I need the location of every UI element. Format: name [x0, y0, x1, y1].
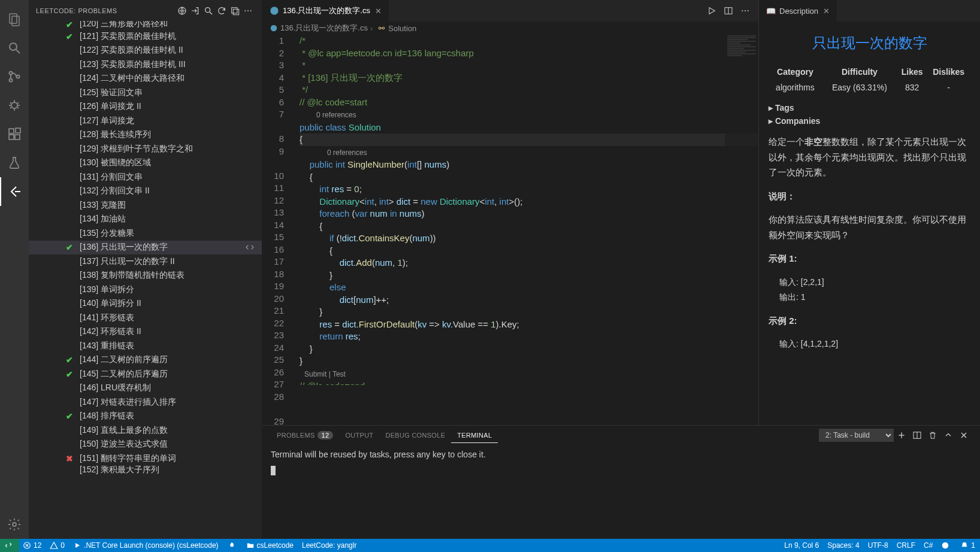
chevron-right-icon: ›: [370, 24, 373, 33]
problem-item[interactable]: ✔✖[128] 最长连续序列: [29, 128, 262, 142]
problem-item[interactable]: ✔✖[139] 单词拆分: [29, 283, 262, 297]
kill-terminal-icon[interactable]: [925, 427, 940, 443]
refresh-icon[interactable]: [215, 4, 228, 17]
problem-item[interactable]: ✔✖[122] 买卖股票的最佳时机 II: [29, 44, 262, 58]
problem-item[interactable]: ✔✖[133] 克隆图: [29, 198, 262, 213]
problem-item[interactable]: ✔✖[136] 只出现一次的数字: [29, 241, 262, 255]
problem-item[interactable]: ✔✖[145] 二叉树的后序遍历: [29, 367, 262, 381]
source-control-icon[interactable]: [0, 62, 29, 91]
close-tab-icon[interactable]: ✕: [375, 7, 382, 16]
eol[interactable]: CRLF: [897, 541, 915, 550]
flame-icon[interactable]: [227, 541, 238, 550]
search-icon[interactable]: [0, 34, 29, 62]
explorer-icon[interactable]: [0, 5, 29, 34]
problem-label: [124] 二叉树中的最大路径和: [80, 73, 184, 84]
cursor-position[interactable]: Ln 9, Col 6: [784, 541, 819, 550]
remote-indicator[interactable]: [0, 539, 19, 552]
run-icon[interactable]: [703, 2, 720, 19]
editor-tab[interactable]: 136.只出现一次的数字.cs ✕: [262, 0, 389, 22]
close-tab-icon[interactable]: ✕: [823, 7, 830, 16]
problem-item[interactable]: ✔✖[142] 环形链表 II: [29, 325, 262, 339]
problem-item[interactable]: ✔✖[121] 买卖股票的最佳时机: [29, 29, 262, 44]
problem-item[interactable]: ✔✖[146] LRU缓存机制: [29, 381, 262, 396]
indentation[interactable]: Spaces: 4: [827, 541, 859, 550]
tags-disclosure[interactable]: Tags: [769, 103, 970, 113]
problem-item[interactable]: ✔✖[151] 翻转字符串里的单词: [29, 451, 262, 466]
class-icon: [377, 24, 386, 32]
problem-label: [132] 分割回文串 II: [80, 186, 150, 196]
problem-item[interactable]: ✔✖[124] 二叉树中的最大路径和: [29, 72, 262, 86]
feedback-icon[interactable]: [941, 541, 952, 550]
problem-item[interactable]: ✔✖[152] 乘积最大子序列: [29, 466, 262, 474]
tab-output[interactable]: OUTPUT: [339, 428, 379, 442]
encoding[interactable]: UTF-8: [868, 541, 888, 550]
breadcrumb[interactable]: 136.只出现一次的数字.cs › Solution: [262, 22, 758, 35]
problem-item[interactable]: ✔✖[149] 直线上最多的点数: [29, 423, 262, 438]
problem-item[interactable]: ✔✖[137] 只出现一次的数字 II: [29, 254, 262, 269]
problem-item[interactable]: ✔✖[135] 分发糖果: [29, 226, 262, 241]
problem-item[interactable]: ✔✖[129] 求根到叶子节点数字之和: [29, 142, 262, 156]
breadcrumb-symbol: Solution: [388, 24, 416, 33]
svg-rect-17: [233, 9, 238, 14]
more-icon[interactable]: [241, 4, 255, 17]
new-terminal-icon[interactable]: [894, 427, 909, 443]
problem-item[interactable]: ✔✖[131] 分割回文串: [29, 170, 262, 184]
signin-icon[interactable]: [189, 4, 202, 17]
problem-item[interactable]: ✔✖[148] 排序链表: [29, 410, 262, 424]
problem-item[interactable]: ✔✖[123] 买卖股票的最佳时机 III: [29, 57, 262, 72]
problem-item[interactable]: ✔✖[144] 二叉树的前序遍历: [29, 353, 262, 368]
task-selector[interactable]: 2: Task - build: [819, 429, 894, 442]
problem-item[interactable]: ✔✖[130] 被围绕的区域: [29, 156, 262, 171]
tab-terminal[interactable]: TERMINAL: [451, 428, 498, 443]
settings-gear-icon[interactable]: [0, 510, 29, 539]
split-terminal-icon[interactable]: [909, 427, 925, 443]
problem-label: [144] 二叉树的前序遍历: [80, 354, 168, 365]
warnings-count[interactable]: 0: [50, 541, 65, 550]
errors-count[interactable]: 12: [23, 541, 41, 550]
debug-icon[interactable]: [0, 91, 29, 120]
problem-item[interactable]: ✔✖[126] 单词接龙 II: [29, 100, 262, 114]
problem-item[interactable]: ✔✖[127] 单词接龙: [29, 114, 262, 128]
problem-item[interactable]: ✔✖[125] 验证回文串: [29, 86, 262, 100]
svg-point-21: [270, 7, 278, 14]
problem-label: [145] 二叉树的后序遍历: [80, 369, 168, 380]
description-tab[interactable]: 📖 Description ✕: [759, 0, 837, 22]
debug-launch[interactable]: .NET Core Launch (console) (csLeetcode): [73, 541, 219, 550]
problem-item[interactable]: ✔✖[120] 三角形最小路径和: [29, 21, 262, 29]
problem-item[interactable]: ✔✖[143] 重排链表: [29, 339, 262, 353]
language-mode[interactable]: C#: [924, 541, 933, 550]
test-icon[interactable]: [0, 148, 29, 177]
code-icon[interactable]: [245, 242, 255, 252]
extensions-icon[interactable]: [0, 120, 29, 148]
problem-item[interactable]: ✔✖[150] 逆波兰表达式求值: [29, 438, 262, 452]
leetcode-user[interactable]: LeetCode: yanglr: [302, 541, 356, 550]
sidebar-header: LEETCODE: PROBLEMS: [29, 0, 262, 21]
problem-item[interactable]: ✔✖[132] 分割回文串 II: [29, 184, 262, 199]
sidebar-title: LEETCODE: PROBLEMS: [36, 7, 176, 14]
split-editor-icon[interactable]: [720, 2, 737, 19]
svg-line-3: [16, 50, 20, 53]
problem-item[interactable]: ✔✖[140] 单词拆分 II: [29, 297, 262, 311]
search-small-icon[interactable]: [202, 4, 215, 17]
problem-item[interactable]: ✔✖[147] 对链表进行插入排序: [29, 395, 262, 410]
maximize-panel-icon[interactable]: [940, 427, 956, 443]
svg-point-27: [271, 25, 277, 32]
globe-icon[interactable]: [176, 4, 189, 17]
companies-disclosure[interactable]: Companies: [769, 116, 970, 126]
workspace-folder[interactable]: csLeetcode: [246, 541, 294, 550]
tab-debug-console[interactable]: DEBUG CONSOLE: [379, 428, 451, 442]
panel-tabs: PROBLEMS12 OUTPUT DEBUG CONSOLE TERMINAL…: [262, 426, 980, 445]
terminal-area[interactable]: Terminal will be reused by tasks, press …: [262, 445, 980, 539]
problems-list[interactable]: ✔✖[120] 三角形最小路径和✔✖[121] 买卖股票的最佳时机✔✖[122]…: [29, 21, 262, 539]
leetcode-icon[interactable]: [0, 177, 29, 206]
problem-item[interactable]: ✔✖[134] 加油站: [29, 213, 262, 227]
tab-problems[interactable]: PROBLEMS12: [271, 428, 339, 442]
more-editor-icon[interactable]: [737, 2, 754, 19]
problem-label: [152] 乘积最大子序列: [80, 466, 159, 474]
collapse-icon[interactable]: [228, 4, 241, 17]
problem-item[interactable]: ✔✖[138] 复制带随机指针的链表: [29, 269, 262, 283]
problem-item[interactable]: ✔✖[141] 环形链表: [29, 311, 262, 325]
svg-rect-16: [232, 7, 237, 13]
close-panel-icon[interactable]: [956, 427, 972, 443]
notifications-icon[interactable]: 1: [960, 541, 975, 550]
